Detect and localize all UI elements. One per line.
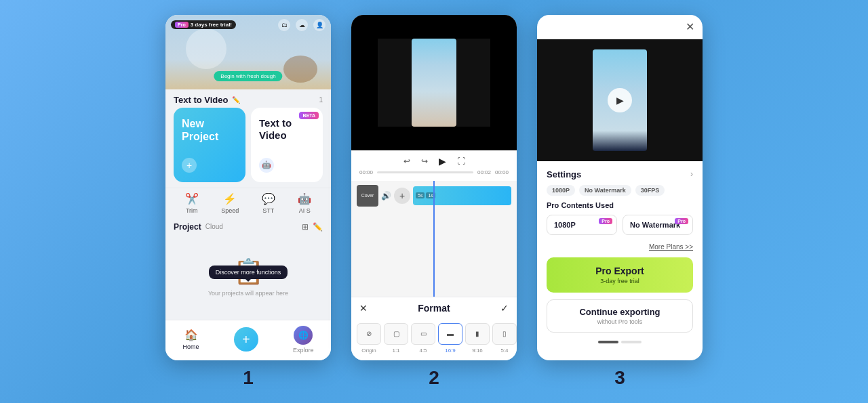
format-4-5-label: 4:5	[419, 347, 427, 354]
screenshot-3-container: ✕ ▶ Settings › 1080P No Watermark 30FPS	[537, 15, 703, 389]
s1-bottom-nav: 🏠 Home + 🌐 Explore	[165, 320, 331, 360]
empty-projects-text: Your projects will appear here	[195, 290, 302, 297]
tool-stt[interactable]: 💬 STT	[262, 192, 275, 214]
tool-trim[interactable]: ✂️ Trim	[185, 192, 199, 214]
more-plans-link[interactable]: More Plans >>	[537, 240, 703, 253]
s1-header-image: Pro 3 days free trial! 🗂 ☁ 👤 Begin with …	[165, 15, 331, 89]
add-button[interactable]: +	[234, 327, 258, 352]
ai-label: AI S	[299, 207, 311, 214]
screenshots-row: Pro 3 days free trial! 🗂 ☁ 👤 Begin with …	[152, 8, 716, 396]
text-to-video-card[interactable]: BETA Text to Video 🤖	[251, 108, 323, 182]
s3-bottom-dots	[537, 335, 703, 347]
format-close-button[interactable]: ✕	[359, 303, 368, 314]
step-2-number: 2	[429, 367, 439, 389]
stt-icon: 💬	[262, 192, 275, 205]
format-4-5-icon: ▭	[411, 323, 435, 345]
screen3: ✕ ▶ Settings › 1080P No Watermark 30FPS	[537, 15, 703, 360]
volume-icon[interactable]: 🔊	[381, 191, 391, 200]
settings-chevron-icon[interactable]: ›	[690, 169, 693, 179]
clip-track[interactable]: 5s 1s	[413, 186, 511, 205]
tool-ai[interactable]: 🤖 AI S	[298, 192, 311, 214]
project-section-title: Project	[174, 222, 201, 232]
s2-playback-controls: ↩ ↪ ▶ ⛶	[359, 156, 509, 167]
trim-icon: ✂️	[185, 192, 199, 205]
s1-cards-row: New Project + BETA Text to Video 🤖	[165, 108, 331, 188]
pro-badge-2: Pro	[675, 218, 688, 224]
timeline-track[interactable]	[377, 171, 473, 173]
format-origin-label: Origin	[361, 347, 376, 354]
nav-explore[interactable]: 🌐 Explore	[293, 326, 314, 354]
format-9-16-label: 9:16	[472, 347, 483, 354]
s2-video-area	[351, 15, 517, 150]
screenshot-1-container: Pro 3 days free trial! 🗂 ☁ 👤 Begin with …	[165, 15, 331, 389]
continue-export-button[interactable]: Continue exporting without Pro tools	[547, 299, 693, 333]
format-1-1[interactable]: ▢ 1:1	[384, 323, 408, 354]
pro-contents-title: Pro Contents Used	[547, 201, 693, 209]
format-origin-icon: ⊘	[357, 323, 381, 345]
format-16-9[interactable]: ▬ 16:9	[438, 323, 462, 354]
redo-button[interactable]: ↪	[421, 156, 428, 166]
add-clip-button[interactable]: +	[394, 188, 410, 204]
user-icon[interactable]: 👤	[313, 19, 326, 31]
pro-export-button[interactable]: Pro Export 3-day free trial	[547, 257, 693, 293]
format-5-4-icon: ▯	[492, 323, 517, 345]
beta-badge: BETA	[299, 112, 319, 119]
s2-timeline-bar: 00:00 00:02 00:00	[359, 169, 509, 175]
screen2: ↩ ↪ ▶ ⛶ 00:00 00:02 00:00 Cover	[351, 15, 517, 360]
s1-section-icon: ✏️	[232, 96, 240, 104]
s1-top-bar: Pro 3 days free trial! 🗂 ☁ 👤	[171, 19, 326, 31]
format-5-4-label: 5:4	[500, 347, 508, 354]
ttv-card-title: Text to Video	[259, 117, 315, 142]
dot-1	[598, 341, 618, 343]
timeline-t3: 00:00	[495, 169, 509, 175]
pro-option-watermark: Pro No Watermark	[623, 215, 693, 235]
s3-pro-contents: Pro Contents Used Pro 1080P Pro No Water…	[537, 201, 703, 240]
step-3-number: 3	[614, 367, 625, 389]
s3-play-button[interactable]: ▶	[608, 88, 632, 112]
play-button[interactable]: ▶	[439, 156, 446, 167]
screenshot-2-container: ↩ ↪ ▶ ⛶ 00:00 00:02 00:00 Cover	[351, 15, 517, 389]
grid-icon[interactable]: ⊞	[302, 222, 309, 232]
cloud-icon[interactable]: ☁	[296, 19, 308, 31]
archive-icon[interactable]: 🗂	[278, 19, 290, 31]
cover-thumbnail[interactable]: Cover	[357, 185, 378, 207]
s1-section2-icons: ⊞ ✏️	[302, 222, 323, 232]
undo-button[interactable]: ↩	[403, 156, 410, 166]
pro-badge-1: Pro	[599, 218, 612, 224]
ttv-card-icon: 🤖	[259, 158, 274, 173]
s2-format-options: ⊘ Origin ▢ 1:1 ▭ 4:5 ▬ 16:9	[351, 319, 517, 360]
edit-icon[interactable]: ✏️	[313, 222, 323, 232]
s1-pro-badge[interactable]: Pro 3 days free trial!	[171, 20, 236, 29]
continue-export-title: Continue exporting	[554, 307, 686, 317]
pro-label: Pro	[175, 22, 189, 28]
s3-settings-section: Settings › 1080P No Watermark 30FPS	[537, 161, 703, 201]
s3-video-preview: ▶	[537, 39, 703, 161]
format-16-9-icon: ▬	[438, 323, 462, 345]
s3-settings-tags: 1080P No Watermark 30FPS	[547, 185, 693, 196]
playhead	[433, 181, 435, 297]
s1-header-tag: Begin with fresh dough	[214, 71, 282, 81]
fullscreen-button[interactable]: ⛶	[457, 156, 465, 166]
s1-section-header: Text to Video ✏️ 1	[165, 89, 331, 108]
format-5-4[interactable]: ▯ 5:4	[492, 323, 517, 354]
continue-export-subtitle: without Pro tools	[554, 318, 686, 325]
nav-home[interactable]: 🏠 Home	[183, 328, 199, 350]
cloud-label: Cloud	[205, 223, 223, 230]
format-4-5[interactable]: ▭ 4:5	[411, 323, 435, 354]
s3-top-bar: ✕	[537, 15, 703, 39]
new-project-card[interactable]: New Project +	[174, 108, 245, 182]
pro-option-1080p: Pro 1080P	[547, 215, 617, 235]
settings-title: Settings	[547, 169, 581, 179]
format-origin[interactable]: ⊘ Origin	[357, 323, 381, 354]
format-9-16[interactable]: ▮ 9:16	[465, 323, 490, 354]
format-1-1-label: 1:1	[392, 347, 399, 354]
screen1: Pro 3 days free trial! 🗂 ☁ 👤 Begin with …	[165, 15, 331, 360]
s1-empty-area: 📋 Your projects will appear here Discove…	[165, 234, 331, 320]
explore-label: Explore	[293, 347, 314, 354]
tag-1080p: 1080P	[547, 185, 575, 196]
s1-top-icons: 🗂 ☁ 👤	[278, 19, 326, 31]
format-confirm-button[interactable]: ✓	[500, 303, 509, 314]
tool-speed[interactable]: ⚡ Speed	[221, 192, 239, 214]
s3-close-button[interactable]: ✕	[686, 20, 694, 33]
s1-tools-row: ✂️ Trim ⚡ Speed 💬 STT 🤖 AI S	[165, 188, 331, 218]
